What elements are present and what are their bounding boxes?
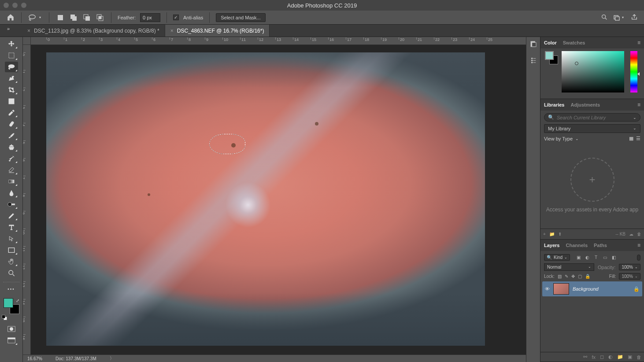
tab-color[interactable]: Color [544, 40, 557, 45]
blur-tool[interactable] [5, 188, 18, 198]
vertical-ruler[interactable]: 012345678910111213141516 [23, 45, 31, 355]
chevron-down-icon[interactable]: ⌄ [633, 115, 637, 120]
panel-menu-icon[interactable]: ≡ [637, 242, 640, 248]
canvas-viewport[interactable] [31, 45, 526, 355]
lock-position-icon[interactable]: ✥ [571, 274, 575, 279]
layer-row-background[interactable]: 👁 Background 🔒 [542, 281, 642, 296]
select-and-mask-button[interactable]: Select and Mask... [216, 13, 266, 22]
add-folder-icon[interactable]: 📁 [549, 232, 555, 236]
subtract-from-selection[interactable] [82, 13, 92, 22]
hue-slider[interactable] [630, 51, 637, 92]
filter-shape-icon[interactable]: ▭ [602, 255, 608, 261]
tab-libraries[interactable]: Libraries [544, 102, 564, 107]
tab-swatches[interactable]: Swatches [563, 40, 585, 45]
tool-preset[interactable]: ▾ [28, 14, 43, 22]
layer-name[interactable]: Background [573, 286, 599, 292]
document-tab-2[interactable]: × DSC_4863.NEF @ 16.7% (RGB/16*) [165, 25, 270, 37]
tab-channels[interactable]: Channels [566, 243, 588, 248]
pen-tool[interactable] [5, 211, 18, 221]
lock-artboard-icon[interactable]: ▢ [578, 274, 582, 279]
close-tab-icon[interactable]: × [27, 28, 30, 34]
marquee-tool[interactable] [5, 50, 18, 61]
viewby-label[interactable]: View by Type [544, 136, 573, 141]
lock-icon[interactable]: 🔒 [633, 286, 640, 292]
edit-toolbar[interactable]: ••• [5, 286, 18, 292]
layer-fx-icon[interactable]: fx [592, 355, 596, 360]
healing-brush-tool[interactable] [5, 119, 18, 129]
layer-filter-kind[interactable]: 🔍 Kind ⌄ [544, 254, 570, 261]
zoom-window[interactable] [21, 3, 26, 8]
eyedropper-tool[interactable] [5, 107, 18, 118]
foreground-color[interactable] [4, 298, 13, 308]
list-view-icon[interactable]: ☰ [636, 136, 640, 141]
color-spectrum[interactable] [562, 51, 624, 92]
document-image[interactable] [46, 52, 485, 346]
library-drop-target[interactable]: + [570, 158, 614, 202]
add-mask-icon[interactable]: ◻ [600, 354, 604, 360]
chevron-down-icon[interactable]: ⌄ [575, 137, 579, 141]
screen-mode-icon[interactable]: ▾ [613, 14, 625, 21]
library-search[interactable]: 🔍 ⌄ [544, 113, 640, 122]
color-fg-bg[interactable] [545, 51, 558, 64]
filter-type-icon[interactable]: T [593, 255, 599, 261]
filter-toggle[interactable] [637, 255, 640, 261]
quick-mask-mode[interactable] [5, 324, 18, 334]
visibility-toggle-icon[interactable]: 👁 [545, 286, 550, 292]
document-tab-1[interactable]: × DSC_1123.jpg @ 8.33% (Background copy,… [22, 25, 165, 37]
brush-tool[interactable] [5, 130, 18, 141]
link-layers-icon[interactable]: ⚯ [583, 354, 587, 360]
dodge-tool[interactable] [5, 199, 18, 210]
close-tab-icon[interactable]: × [170, 28, 174, 34]
layer-thumbnail[interactable] [553, 283, 569, 295]
quick-selection-tool[interactable] [5, 73, 18, 84]
zoom-tool[interactable] [5, 268, 18, 278]
lock-all-icon[interactable]: 🔒 [585, 274, 590, 279]
crop-tool[interactable] [5, 85, 18, 95]
trash-icon[interactable]: 🗑 [637, 232, 641, 236]
swap-colors-icon[interactable]: ⤢ [16, 298, 19, 303]
opacity-input[interactable]: 100%⌄ [619, 264, 640, 270]
frame-tool[interactable] [5, 96, 18, 107]
screen-mode-toggle[interactable] [5, 335, 18, 346]
properties-panel-icon[interactable] [530, 56, 537, 64]
adjustment-layer-icon[interactable]: ◐ [608, 354, 613, 360]
panel-menu-icon[interactable]: ≡ [637, 40, 640, 46]
home-button[interactable] [6, 13, 15, 22]
history-brush-tool[interactable] [5, 153, 18, 164]
filter-adjustment-icon[interactable]: ◐ [584, 255, 590, 261]
status-chevron-icon[interactable]: 〉 [110, 355, 114, 362]
intersect-selection[interactable] [95, 13, 105, 22]
filter-smart-icon[interactable]: ◧ [611, 255, 617, 261]
feather-input[interactable] [140, 13, 160, 22]
delete-layer-icon[interactable]: 🗑 [637, 355, 641, 360]
blend-mode-select[interactable]: Normal⌄ [544, 263, 594, 271]
tab-adjustments[interactable]: Adjustments [570, 102, 600, 107]
tab-layers[interactable]: Layers [544, 243, 559, 248]
share-library-icon[interactable]: ⬆ [558, 232, 562, 236]
antialias-checkbox[interactable] [173, 15, 179, 20]
sync-icon[interactable]: ☁ [629, 232, 633, 236]
lasso-selection-marquee[interactable] [209, 134, 245, 154]
path-selection-tool[interactable] [5, 233, 18, 244]
lock-transparency-icon[interactable]: ▧ [558, 274, 562, 279]
eraser-tool[interactable] [5, 165, 18, 175]
panel-fg-color[interactable] [545, 51, 554, 60]
tab-paths[interactable]: Paths [594, 243, 607, 248]
add-to-selection[interactable] [69, 13, 78, 22]
filter-pixel-icon[interactable]: ▣ [575, 255, 581, 261]
grid-view-icon[interactable]: ▦ [629, 136, 633, 141]
panel-menu-icon[interactable]: ≡ [637, 102, 640, 108]
zoom-level[interactable]: 16.67% [27, 356, 42, 361]
gradient-tool[interactable] [5, 176, 18, 187]
lock-pixels-icon[interactable]: ✎ [565, 274, 568, 279]
new-selection[interactable] [56, 13, 65, 22]
horizontal-ruler[interactable]: 0123456789101112131415161718192021222324… [31, 37, 526, 45]
lasso-tool[interactable] [5, 62, 18, 72]
fill-input[interactable]: 100%⌄ [619, 273, 640, 280]
minimize-window[interactable] [12, 3, 18, 8]
library-search-input[interactable] [557, 115, 630, 120]
add-to-library-icon[interactable]: + [543, 232, 546, 236]
foreground-background-colors[interactable]: ⤢ [4, 298, 19, 314]
expand-toolbar-icon[interactable]: » [7, 26, 10, 31]
move-tool[interactable] [5, 39, 18, 49]
